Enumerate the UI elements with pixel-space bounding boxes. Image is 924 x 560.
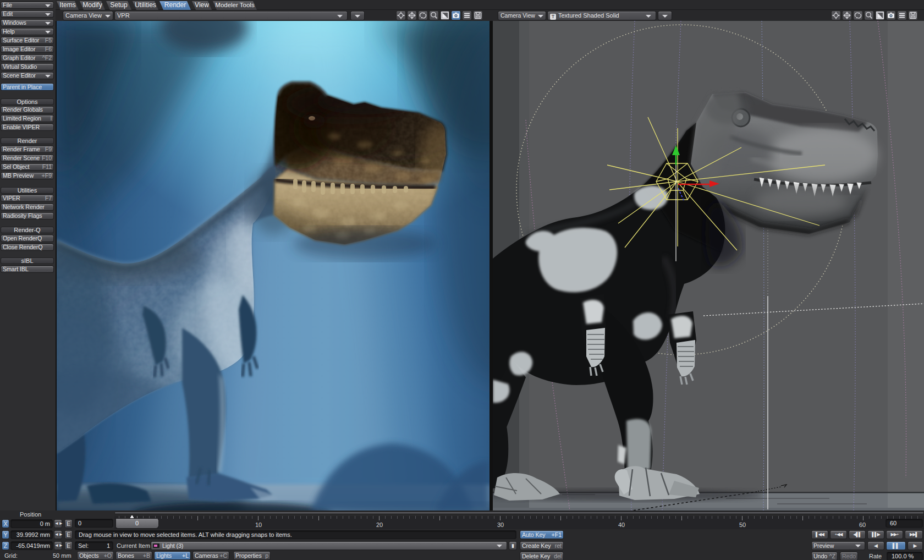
svg-text:0: 0 — [135, 520, 139, 526]
svg-text:40: 40 — [618, 521, 625, 528]
svg-text:50: 50 — [739, 521, 746, 528]
svg-text:30: 30 — [497, 521, 504, 528]
svg-text:10: 10 — [255, 521, 262, 528]
svg-text:20: 20 — [376, 521, 383, 528]
svg-text:60: 60 — [859, 521, 866, 528]
